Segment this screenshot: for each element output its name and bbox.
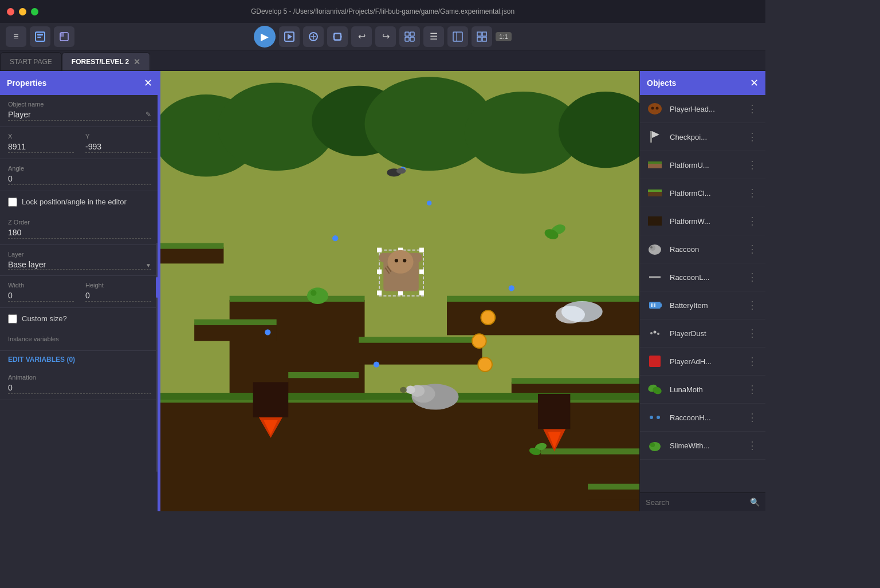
redo-button[interactable]: ↪ bbox=[375, 26, 396, 47]
object-name-edit-icon[interactable]: ✎ bbox=[146, 111, 151, 119]
grid-button[interactable] bbox=[472, 26, 492, 47]
object-menu-slimewith[interactable]: ⋮ bbox=[745, 439, 760, 452]
object-item-platformu[interactable]: PlatformU...⋮ bbox=[640, 151, 765, 179]
menu-button[interactable]: ≡ bbox=[6, 26, 26, 47]
svg-rect-104 bbox=[648, 161, 662, 164]
maximize-window-button[interactable] bbox=[31, 8, 38, 15]
object-name-text: Player bbox=[8, 110, 31, 119]
object-menu-playeradh[interactable]: ⋮ bbox=[745, 355, 760, 368]
object-name-platformw: PlatformW... bbox=[670, 217, 739, 226]
object-item-raccoonl[interactable]: RaccoonL...⋮ bbox=[640, 263, 765, 291]
play-button[interactable]: ▶ bbox=[254, 26, 276, 48]
svg-point-122 bbox=[650, 416, 653, 419]
svg-rect-1 bbox=[37, 34, 43, 35]
object-item-platformcl[interactable]: PlatformCl...⋮ bbox=[640, 179, 765, 207]
object-menu-lunamoth[interactable]: ⋮ bbox=[745, 383, 760, 396]
svg-point-89 bbox=[396, 168, 406, 173]
scene-button[interactable] bbox=[54, 26, 74, 47]
tab-level-close[interactable]: ✕ bbox=[133, 57, 140, 66]
animation-input[interactable] bbox=[8, 383, 151, 394]
svg-rect-107 bbox=[648, 216, 662, 226]
object-menu-platformu[interactable]: ⋮ bbox=[745, 159, 760, 171]
titlebar: GDevelop 5 - /Users/florianrival/Project… bbox=[0, 0, 765, 23]
object-item-raccoon[interactable]: Raccoon⋮ bbox=[640, 235, 765, 263]
z-order-input[interactable] bbox=[8, 228, 151, 239]
object-icon-batteryitem bbox=[646, 296, 664, 314]
svg-point-100 bbox=[656, 107, 659, 110]
height-input[interactable] bbox=[85, 291, 151, 302]
custom-size-checkbox[interactable] bbox=[8, 314, 17, 323]
tabs-bar: START PAGE FOREST/LEVEL 2 ✕ bbox=[0, 50, 765, 71]
width-label: Width bbox=[8, 282, 74, 289]
preview1-button[interactable] bbox=[279, 26, 300, 47]
project-button[interactable] bbox=[30, 26, 50, 47]
svg-rect-42 bbox=[160, 247, 223, 264]
layer-select[interactable]: Base layer bbox=[8, 260, 151, 270]
properties-close-button[interactable]: ✕ bbox=[144, 77, 152, 89]
object-icon-playerdust bbox=[646, 324, 664, 342]
search-input[interactable] bbox=[646, 498, 745, 507]
object-menu-platformcl[interactable]: ⋮ bbox=[745, 187, 760, 199]
tab-start-label: START PAGE bbox=[10, 58, 52, 66]
svg-rect-101 bbox=[650, 131, 652, 143]
view2-button[interactable]: ☰ bbox=[423, 26, 444, 47]
svg-rect-113 bbox=[659, 303, 662, 307]
object-menu-raccoonl[interactable]: ⋮ bbox=[745, 271, 760, 283]
zoom-badge[interactable]: 1:1 bbox=[496, 32, 511, 41]
svg-point-97 bbox=[556, 306, 585, 323]
close-window-button[interactable] bbox=[7, 8, 14, 15]
svg-point-86 bbox=[472, 334, 486, 348]
svg-point-80 bbox=[265, 329, 270, 335]
object-menu-batteryitem[interactable]: ⋮ bbox=[745, 299, 760, 311]
width-input[interactable] bbox=[8, 291, 74, 302]
object-item-checkpoint[interactable]: Checkpoi...⋮ bbox=[640, 123, 765, 151]
objects-close-button[interactable]: ✕ bbox=[750, 77, 759, 89]
tab-start[interactable]: START PAGE bbox=[0, 52, 62, 70]
svg-rect-43 bbox=[160, 243, 223, 248]
object-item-raccoonh[interactable]: RaccoonH...⋮ bbox=[640, 404, 765, 432]
stop-button[interactable] bbox=[327, 26, 348, 47]
properties-resize-handle[interactable] bbox=[156, 289, 160, 294]
svg-point-118 bbox=[657, 333, 659, 335]
object-item-playerhead[interactable]: PlayerHead...⋮ bbox=[640, 95, 765, 123]
layer-section: Layer Base layer ▼ bbox=[0, 245, 159, 276]
width-col: Width bbox=[8, 282, 74, 302]
objects-title: Objects bbox=[647, 78, 676, 88]
view1-button[interactable] bbox=[399, 26, 420, 47]
svg-rect-4 bbox=[60, 33, 64, 37]
angle-input[interactable] bbox=[8, 174, 151, 185]
svg-rect-33 bbox=[230, 296, 365, 302]
view3-button[interactable] bbox=[447, 26, 468, 47]
y-input[interactable] bbox=[85, 142, 151, 153]
object-item-lunamoth[interactable]: LunaMoth⋮ bbox=[640, 376, 765, 404]
object-name-raccoonl: RaccoonL... bbox=[670, 273, 739, 282]
object-item-batteryitem[interactable]: BatteryItem⋮ bbox=[640, 291, 765, 319]
toolbar-left-buttons: ≡ bbox=[6, 26, 74, 47]
preview2-button[interactable] bbox=[303, 26, 324, 47]
object-menu-platformw[interactable]: ⋮ bbox=[745, 215, 760, 227]
custom-size-label: Custom size? bbox=[22, 314, 67, 324]
object-menu-raccoon[interactable]: ⋮ bbox=[745, 243, 760, 255]
edit-variables-button[interactable]: EDIT VARIABLES (0) bbox=[0, 351, 159, 368]
svg-rect-34 bbox=[447, 300, 639, 336]
svg-rect-64 bbox=[377, 270, 382, 274]
object-item-slimewith[interactable]: SlimeWith...⋮ bbox=[640, 432, 765, 460]
undo-button[interactable]: ↩ bbox=[351, 26, 372, 47]
object-menu-playerhead[interactable]: ⋮ bbox=[745, 102, 760, 115]
minimize-window-button[interactable] bbox=[19, 8, 26, 15]
object-item-playerdust[interactable]: PlayerDust⋮ bbox=[640, 319, 765, 348]
object-menu-raccoonh[interactable]: ⋮ bbox=[745, 411, 760, 424]
object-menu-playerdust[interactable]: ⋮ bbox=[745, 327, 760, 340]
animation-section: Animation bbox=[0, 368, 159, 400]
game-canvas-area[interactable] bbox=[160, 71, 639, 511]
toolbar: ≡ ▶ ↩ ↪ ☰ 1:1 bbox=[0, 23, 765, 50]
object-name-raccoon: Raccoon bbox=[670, 245, 739, 254]
lock-checkbox[interactable] bbox=[8, 198, 17, 207]
tab-level[interactable]: FOREST/LEVEL 2 ✕ bbox=[62, 52, 150, 70]
object-menu-checkpoint[interactable]: ⋮ bbox=[745, 131, 760, 143]
object-item-platformw[interactable]: PlatformW...⋮ bbox=[640, 207, 765, 235]
svg-point-81 bbox=[374, 362, 379, 368]
object-item-playeradh[interactable]: PlayerAdH...⋮ bbox=[640, 348, 765, 376]
x-input[interactable] bbox=[8, 142, 74, 153]
object-icon-raccoon bbox=[646, 240, 664, 258]
